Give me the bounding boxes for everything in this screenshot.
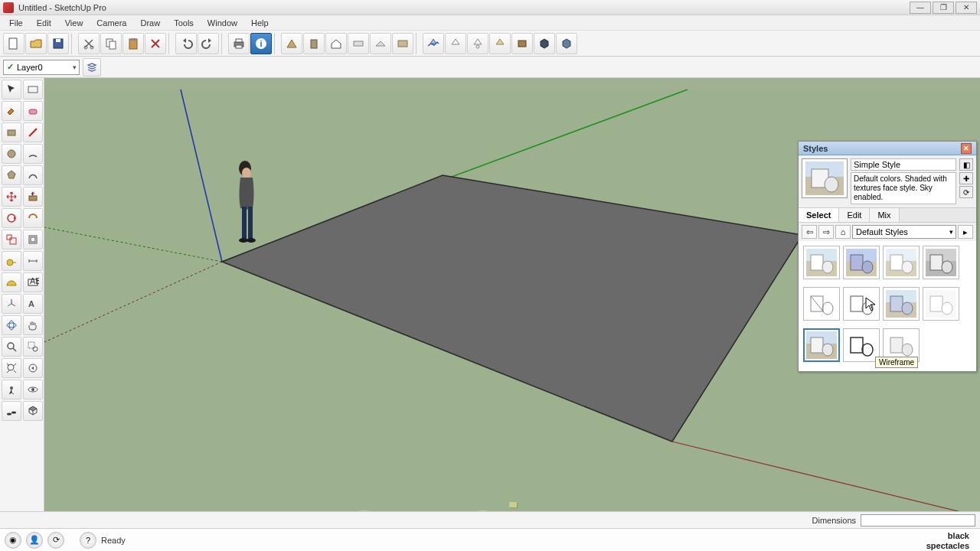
style-item[interactable] — [883, 287, 920, 321]
model-info-button[interactable]: i — [250, 33, 272, 54]
style-item[interactable] — [803, 287, 840, 321]
layer-manager-button[interactable] — [83, 58, 101, 77]
maximize-button[interactable]: ❐ — [933, 2, 954, 14]
offset-tool[interactable] — [23, 230, 43, 249]
protractor-tool[interactable] — [2, 272, 21, 292]
menu-view[interactable]: View — [59, 17, 90, 29]
print-button[interactable] — [228, 33, 250, 54]
geo-button[interactable]: ◉ — [5, 532, 21, 549]
style-item[interactable] — [803, 246, 840, 279]
section-tool[interactable] — [23, 401, 43, 421]
details-button[interactable]: ▸ — [958, 225, 973, 239]
help-button[interactable]: ? — [80, 532, 96, 549]
menu-window[interactable]: Window — [201, 17, 243, 29]
nav-home-button[interactable]: ⌂ — [835, 225, 851, 239]
style-thumbnail[interactable] — [802, 158, 848, 198]
minimize-button[interactable]: — — [910, 2, 931, 14]
text-tool[interactable]: ABC — [23, 272, 43, 292]
style-item-selected[interactable] — [803, 328, 840, 362]
sandbox5-button[interactable] — [511, 33, 533, 54]
select-tool[interactable] — [2, 80, 21, 99]
pan-tool[interactable] — [23, 315, 43, 335]
rectangle-tool[interactable] — [2, 122, 21, 142]
previous-view-tool[interactable] — [23, 358, 43, 378]
eraser-tool[interactable] — [23, 101, 43, 121]
sandbox4-button[interactable] — [489, 33, 511, 54]
cut-button[interactable] — [78, 33, 100, 54]
styles-panel-titlebar[interactable]: Styles ✕ — [799, 142, 976, 155]
open-button[interactable] — [25, 33, 47, 54]
roof-button[interactable] — [370, 33, 391, 54]
style-item[interactable] — [843, 328, 880, 362]
style-desc-field[interactable]: Default colors. Shaded with textures fac… — [851, 172, 956, 204]
dimensions-input[interactable] — [861, 514, 975, 527]
layer-dropdown[interactable]: ✓ Layer0 — [3, 60, 80, 75]
tape-tool[interactable] — [2, 251, 21, 271]
orbit-tool[interactable] — [2, 315, 21, 335]
polygon-tool[interactable] — [2, 165, 21, 185]
sandbox7-button[interactable] — [556, 33, 577, 54]
menu-draw[interactable]: Draw — [134, 17, 166, 29]
zoom-window-tool[interactable] — [23, 337, 43, 357]
style-create-button[interactable]: ✚ — [959, 172, 973, 184]
wall-button[interactable] — [392, 33, 413, 54]
component-button[interactable] — [281, 33, 302, 54]
style-update-button[interactable]: ⟳ — [959, 186, 973, 198]
tab-mix[interactable]: Mix — [870, 208, 899, 222]
house-button[interactable] — [325, 33, 347, 54]
tab-select[interactable]: Select — [799, 208, 839, 222]
style-item[interactable] — [923, 246, 959, 279]
credits-button[interactable]: 👤 — [26, 532, 43, 549]
style-item[interactable] — [923, 287, 959, 321]
zoom-extents-tool[interactable] — [2, 358, 21, 378]
scale-tool[interactable] — [2, 230, 21, 249]
axes-tool[interactable] — [2, 294, 21, 314]
line-tool[interactable] — [23, 122, 43, 142]
style-display-button[interactable]: ◧ — [959, 158, 973, 171]
menu-help[interactable]: Help — [245, 17, 275, 29]
copy-button[interactable] — [100, 33, 122, 54]
menu-camera[interactable]: Camera — [90, 17, 132, 29]
close-button[interactable]: ✕ — [956, 2, 977, 14]
position-camera-tool[interactable] — [2, 380, 21, 399]
sandbox3-button[interactable] — [467, 33, 488, 54]
delete-button[interactable] — [145, 33, 166, 54]
menu-tools[interactable]: Tools — [168, 17, 200, 29]
rotate-tool[interactable] — [2, 208, 21, 228]
walk-tool[interactable] — [2, 401, 21, 421]
look-around-tool[interactable] — [23, 380, 43, 399]
sandbox2-button[interactable] — [445, 33, 466, 54]
menu-file[interactable]: File — [3, 17, 29, 29]
save-button[interactable] — [47, 33, 69, 54]
paste-button[interactable] — [122, 33, 144, 54]
redo-button[interactable] — [198, 33, 219, 54]
signin-button[interactable]: ⟳ — [47, 532, 64, 549]
nav-back-button[interactable]: ⇦ — [802, 225, 817, 239]
dimension-tool[interactable] — [23, 251, 43, 271]
freehand-tool[interactable] — [23, 165, 43, 185]
arc-tool[interactable] — [23, 144, 43, 164]
circle-tool[interactable] — [2, 144, 21, 164]
move-tool[interactable] — [2, 187, 21, 207]
pushpull-tool[interactable] — [23, 187, 43, 207]
followme-tool[interactable] — [23, 208, 43, 228]
collection-dropdown[interactable]: Default Styles — [852, 225, 956, 239]
sandbox1-button[interactable] — [423, 33, 444, 54]
undo-button[interactable] — [175, 33, 197, 54]
styles-panel-close-button[interactable]: ✕ — [961, 143, 972, 154]
nav-forward-button[interactable]: ⇨ — [818, 225, 834, 239]
building-button[interactable] — [303, 33, 325, 54]
style-item-wireframe[interactable] — [843, 287, 880, 321]
new-button[interactable] — [3, 33, 24, 54]
paint-tool[interactable] — [2, 101, 21, 121]
make-component-tool[interactable] — [23, 80, 43, 99]
style-item[interactable] — [843, 246, 880, 279]
style-name-field[interactable]: Simple Style — [851, 158, 956, 171]
style-item[interactable] — [883, 246, 920, 279]
zoom-tool[interactable] — [2, 337, 21, 357]
tab-edit[interactable]: Edit — [839, 208, 870, 222]
menu-edit[interactable]: Edit — [31, 17, 57, 29]
3dtext-tool[interactable]: A — [23, 294, 43, 314]
sandbox6-button[interactable] — [534, 33, 555, 54]
floor-button[interactable] — [348, 33, 369, 54]
